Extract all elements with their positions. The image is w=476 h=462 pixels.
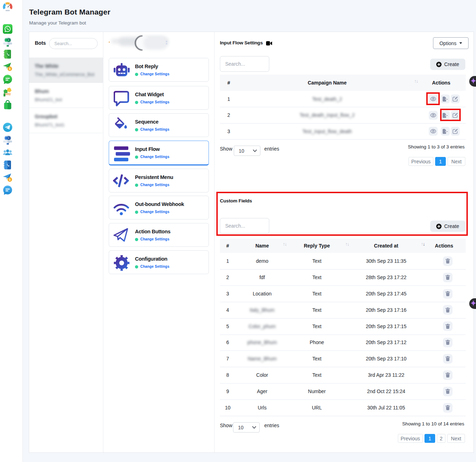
svg-text:1: 1 [9,67,11,71]
svg-text:1: 1 [9,178,11,181]
